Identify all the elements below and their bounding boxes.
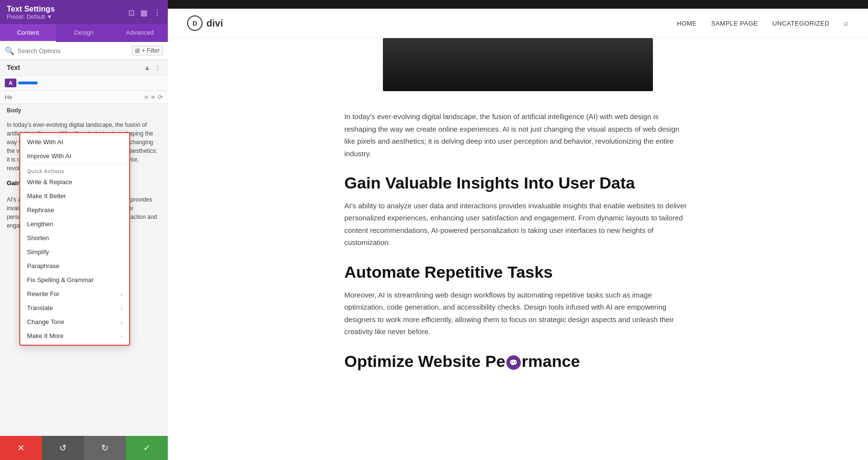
- panel-search: 🔍 ⊞ + Filter: [0, 42, 168, 60]
- dropdown-item-translate[interactable]: Translate ›: [20, 301, 129, 315]
- ai-chat-badge: 💬: [506, 355, 521, 370]
- content-intro: In today's ever-evolving digital landsca…: [344, 110, 692, 160]
- arrow-icon-more: ›: [121, 333, 122, 339]
- fullscreen-icon[interactable]: ⊡: [128, 8, 135, 17]
- dropdown-item-fix-spelling[interactable]: Fix Spelling & Grammar: [20, 273, 129, 287]
- heading-row: He ≡ ≡ ⟳: [0, 91, 168, 104]
- dropdown-item-make-more[interactable]: Make It More ›: [20, 329, 129, 343]
- logo-text: divi: [206, 18, 223, 29]
- grid-icon[interactable]: ▦: [140, 8, 148, 17]
- search-icon-nav[interactable]: ⌕: [844, 19, 849, 27]
- panel-header: Text Settings Preset: Default ▼ ⊡ ▦ ⋮: [0, 0, 168, 24]
- confirm-icon: ✓: [143, 443, 150, 453]
- ai-dropdown-menu: Write With AI Improve With AI Quick Acti…: [19, 132, 130, 346]
- text-button[interactable]: [18, 81, 38, 84]
- dropdown-item-change-tone[interactable]: Change Tone ›: [20, 315, 129, 329]
- dropdown-item-make-better[interactable]: Make It Better: [20, 189, 129, 203]
- content-body-2: Moreover, AI is streamlining web design …: [344, 289, 692, 338]
- nav-link-uncategorized[interactable]: UNCATEGORIZED: [773, 20, 829, 27]
- editor-toolbar: A: [0, 76, 168, 91]
- dropdown-item-lengthen[interactable]: Lengthen: [20, 217, 129, 231]
- dropdown-item-shorten[interactable]: Shorten: [20, 231, 129, 245]
- tab-content[interactable]: Content: [0, 24, 56, 42]
- collapse-icon[interactable]: ▲: [144, 64, 150, 71]
- panel-body: Text ▲ ⋮ A He ≡ ≡ ⟳ Body In today's e: [0, 60, 168, 436]
- dropdown-item-improve-with-ai[interactable]: Improve With AI: [20, 149, 129, 163]
- nav-link-home[interactable]: HOME: [677, 20, 697, 27]
- nav-link-sample[interactable]: SAMPLE PAGE: [711, 20, 758, 27]
- site-navigation: D divi HOME SAMPLE PAGE UNCATEGORIZED ⌕: [168, 9, 868, 38]
- heading-label: He: [5, 94, 12, 101]
- more-options-icon[interactable]: ⋮: [153, 8, 161, 17]
- close-icon: ✕: [17, 443, 25, 453]
- dropdown-divider-1: [20, 164, 129, 164]
- top-bar: [168, 0, 868, 9]
- body-section: Body: [0, 104, 168, 116]
- text-section-header: Text ▲ ⋮: [0, 60, 168, 76]
- content-heading-1: Gain Valuable Insights Into User Data: [344, 173, 692, 193]
- dropdown-item-rewrite-for[interactable]: Rewrite For ›: [20, 287, 129, 301]
- arrow-icon-translate: ›: [121, 305, 122, 311]
- filter-button[interactable]: ⊞ + Filter: [132, 46, 163, 55]
- dropdown-item-write-replace[interactable]: Write & Replace: [20, 175, 129, 189]
- format-icon-2[interactable]: ≡: [151, 94, 155, 101]
- dropdown-category-quick-actions: Quick Actions: [20, 165, 129, 175]
- panel-preset[interactable]: Preset: Default ▼: [7, 14, 54, 20]
- content-heading-3: Optimize Website Pe💬rmance: [344, 352, 692, 371]
- body-label: Body: [7, 107, 21, 114]
- text-section-title: Text: [7, 64, 20, 71]
- tab-design[interactable]: Design: [56, 24, 112, 42]
- panel-tabs: Content Design Advanced: [0, 24, 168, 42]
- format-icon-3[interactable]: ⟳: [158, 94, 163, 101]
- main-content: In today's ever-evolving digital landsca…: [335, 96, 701, 397]
- bottom-toolbar: ✕ ↺ ↻ ✓: [0, 436, 168, 460]
- content-heading-2: Automate Repetitive Tasks: [344, 262, 692, 282]
- left-panel: Text Settings Preset: Default ▼ ⊡ ▦ ⋮ Co…: [0, 0, 168, 460]
- redo-button[interactable]: ↻: [84, 436, 126, 460]
- dropdown-item-paraphrase[interactable]: Paraphrase: [20, 259, 129, 273]
- nav-links: HOME SAMPLE PAGE UNCATEGORIZED ⌕: [677, 19, 849, 27]
- undo-icon: ↺: [59, 443, 67, 453]
- site-logo: D divi: [187, 15, 223, 31]
- search-input[interactable]: [17, 47, 129, 54]
- arrow-icon-tone: ›: [121, 319, 122, 325]
- panel-header-icons: ⊡ ▦ ⋮: [128, 8, 161, 17]
- confirm-button[interactable]: ✓: [126, 436, 168, 460]
- text-section-actions: ▲ ⋮: [144, 64, 161, 71]
- right-content-area: D divi HOME SAMPLE PAGE UNCATEGORIZED ⌕ …: [168, 0, 868, 460]
- close-button[interactable]: ✕: [0, 436, 42, 460]
- redo-icon: ↻: [101, 443, 108, 453]
- hero-image: [383, 38, 653, 91]
- dropdown-item-write-with-ai[interactable]: Write With AI: [20, 135, 129, 149]
- dropdown-item-rephrase[interactable]: Rephrase: [20, 203, 129, 217]
- logo-icon: D: [187, 15, 203, 31]
- ai-button[interactable]: A: [5, 79, 16, 87]
- format-icon-1[interactable]: ≡: [145, 94, 149, 101]
- dropdown-item-simplify[interactable]: Simplify: [20, 245, 129, 259]
- arrow-icon-rewrite: ›: [121, 291, 122, 297]
- search-icon: 🔍: [5, 46, 14, 55]
- content-body-1: AI's ability to analyze user data and in…: [344, 200, 692, 249]
- panel-title: Text Settings: [7, 5, 54, 14]
- undo-button[interactable]: ↺: [42, 436, 84, 460]
- filter-label: + Filter: [142, 47, 160, 54]
- filter-icon: ⊞: [135, 47, 140, 54]
- section-menu-icon[interactable]: ⋮: [154, 64, 161, 71]
- tab-advanced[interactable]: Advanced: [112, 24, 168, 42]
